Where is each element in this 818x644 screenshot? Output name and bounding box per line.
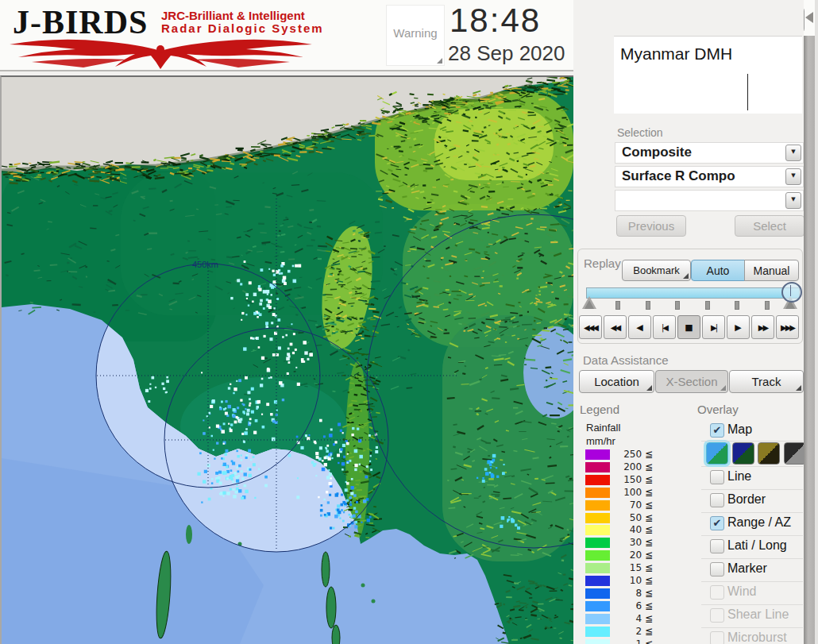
legend-title: Rainfall [586, 422, 620, 434]
step-first-button[interactable]: |◀ [653, 315, 676, 339]
legend-value: 20 ≦ [588, 550, 653, 561]
legend-value: 4 ≦ [588, 613, 653, 624]
legend-value: 150 ≦ [588, 474, 653, 485]
legend-value: 2 ≦ [588, 626, 653, 637]
slider-tick [735, 301, 739, 310]
overlay-checkbox-wind[interactable] [710, 585, 724, 600]
map-style-olive-swatch[interactable] [758, 442, 780, 465]
legend-value: 200 ≦ [588, 461, 653, 472]
chevron-down-icon[interactable]: ▼ [785, 145, 801, 161]
overlay-label: Overlay [697, 403, 739, 416]
previous-button[interactable]: Previous [616, 215, 686, 237]
radar-map[interactable]: 450km [0, 75, 575, 644]
step-last-button[interactable]: ▶| [702, 315, 725, 339]
legend-value: 8 ≦ [588, 588, 653, 599]
overlay-separator [701, 604, 803, 605]
bookmark-label: Bookmark [633, 264, 680, 276]
overlay-checkbox-map[interactable]: ✔ [710, 423, 724, 438]
track-button[interactable]: Track [729, 370, 804, 393]
overlay-checkbox-marker[interactable] [710, 562, 724, 577]
warning-box[interactable]: Warning [386, 5, 445, 66]
fast-rewind-3-button[interactable]: ◀◀◀ [579, 315, 602, 339]
overlay-checkbox-border[interactable] [710, 493, 724, 507]
chevron-down-icon[interactable]: ▼ [785, 168, 801, 185]
select-button[interactable]: Select [735, 215, 804, 237]
button-label: Location [594, 375, 639, 388]
eagle-logo-icon [8, 35, 314, 70]
replay-slider-track[interactable] [586, 287, 800, 299]
map-style-day-swatch[interactable] [706, 442, 728, 465]
legend-value: 6 ≦ [588, 600, 653, 611]
map-style-mono-swatch[interactable] [784, 442, 806, 465]
legend-value: 40 ≦ [588, 524, 653, 535]
legend-value: 15 ≦ [588, 562, 653, 573]
clock-date: 28 Sep 2020 [448, 41, 565, 66]
location-button[interactable]: Location [579, 370, 654, 393]
overlay-item-label: Wind [727, 584, 756, 599]
dropdown-composite[interactable]: Composite ▼ [615, 142, 804, 164]
window-right-edge [815, 0, 818, 644]
overlay-separator [701, 441, 803, 442]
legend-value: 70 ≦ [588, 499, 653, 511]
overlay-separator [701, 489, 803, 490]
site-info-box: Myanmar DMH [614, 36, 802, 114]
slider-tick [615, 301, 620, 310]
overlay-checkbox-lati-long[interactable] [710, 539, 724, 553]
legend-unit: mm/hr [586, 435, 615, 447]
dropdown-product-value: Surface R Compo [622, 168, 735, 184]
overlay-checkbox-range-az[interactable]: ✔ [710, 516, 724, 530]
terrain-radar-canvas: 450km [2, 77, 573, 644]
overlay-separator [701, 466, 803, 467]
dropdown-product[interactable]: Surface R Compo ▼ [615, 166, 804, 187]
x-section-button[interactable]: X-Section [655, 370, 728, 393]
range-ring-label: 450km [192, 260, 218, 269]
overlay-separator [701, 627, 803, 628]
replay-label: Replay [584, 256, 621, 270]
site-name: Myanmar DMH [620, 44, 732, 64]
header-divider [0, 70, 602, 71]
menu-corner-icon [683, 273, 689, 279]
overlay-item-label: Line [727, 469, 751, 484]
stop-button[interactable]: ■ [677, 315, 700, 339]
legend-value: 50 ≦ [588, 512, 653, 523]
fast-rewind-2-button[interactable]: ◀◀ [604, 315, 627, 339]
auto-button[interactable]: Auto [691, 260, 745, 281]
data-assistance-label: Data Assistance [583, 353, 669, 367]
button-label: X-Section [666, 375, 717, 388]
menu-corner-icon [796, 385, 801, 391]
replay-slider-handle[interactable] [781, 282, 802, 303]
play-reverse-button[interactable]: ◀ [628, 315, 651, 339]
overlay-item-label: Shear Line [727, 607, 789, 622]
overlay-checkbox-line[interactable] [710, 470, 724, 484]
logo-tagline-2: Radar Dialogic System [161, 21, 324, 35]
clock-time: 18:48 [450, 2, 541, 40]
panel-edge-strip[interactable] [804, 36, 815, 644]
overlay-separator [701, 512, 803, 513]
logo-tagline-1: JRC-Brilliant & Intelligent [161, 9, 305, 22]
bookmark-button[interactable]: Bookmark [622, 260, 691, 281]
fast-forward-3-button[interactable]: ▶▶▶ [776, 315, 799, 339]
slider-start-marker[interactable] [582, 296, 596, 309]
resize-corner-icon [437, 58, 442, 64]
overlay-separator [701, 558, 803, 559]
dropdown-extra[interactable]: ▼ [615, 190, 804, 211]
legend-value: 30 ≦ [588, 537, 653, 548]
warning-label: Warning [387, 26, 444, 40]
overlay-checkbox-microburst[interactable] [710, 631, 724, 644]
overlay-item-label: Marker [727, 561, 767, 576]
slider-tick [705, 301, 710, 310]
control-panel: Myanmar DMH Selection Composite ▼ Surfac… [573, 0, 804, 644]
slider-tick [675, 301, 680, 310]
overlay-checkbox-shear-line[interactable] [710, 608, 724, 623]
slider-tick [646, 301, 650, 310]
overlay-separator [701, 581, 803, 582]
overlay-item-label: Lati / Long [727, 538, 787, 553]
manual-button[interactable]: Manual [744, 260, 799, 281]
chevron-down-icon[interactable]: ▼ [785, 192, 801, 209]
play-button[interactable]: ▶ [727, 315, 750, 339]
overlay-item-label: Border [727, 492, 766, 507]
map-style-dark-blue-swatch[interactable] [732, 442, 754, 465]
panel-collapse-icon[interactable] [805, 12, 813, 23]
slider-tick [765, 301, 770, 310]
fast-forward-2-button[interactable]: ▶▶ [751, 315, 774, 339]
